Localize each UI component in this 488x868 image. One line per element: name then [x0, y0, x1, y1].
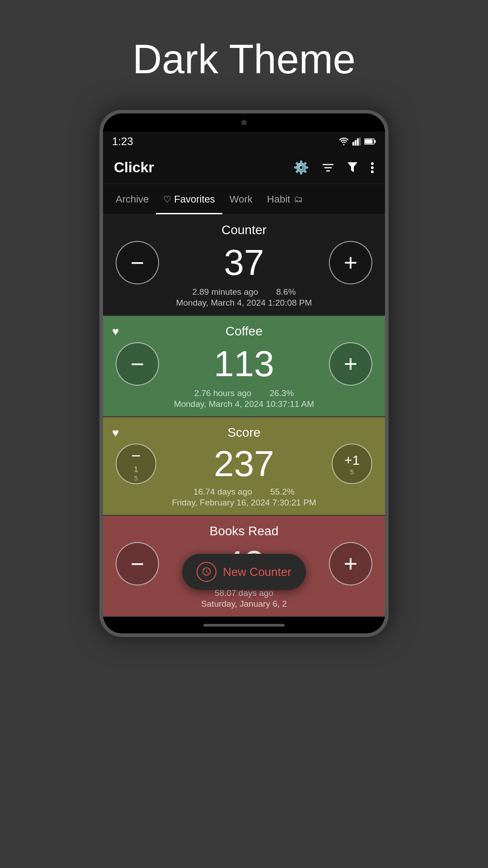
tab-archive[interactable]: Archive	[108, 184, 156, 214]
svg-point-11	[371, 166, 374, 169]
home-bar	[203, 624, 285, 627]
folder-icon: 🗂	[294, 194, 303, 204]
score-increment-main: +1	[344, 453, 360, 468]
counter-card-score: ♥ Score − 1 5 237 +1	[103, 417, 385, 516]
card-header-coffee: ♥ Coffee	[112, 324, 376, 339]
status-icons	[339, 137, 376, 146]
card-header-score: ♥ Score	[112, 425, 376, 440]
phone-frame: 1:23	[99, 110, 389, 637]
svg-point-12	[371, 170, 374, 173]
counter-card-counter: Counter − 37 + 2.89 minutes ago 8.6%	[103, 215, 385, 316]
score-time-ago: 16.74 days ago	[193, 487, 252, 497]
wifi-icon	[339, 137, 349, 146]
coffee-decrement-label: −	[131, 352, 144, 376]
home-indicator	[103, 617, 385, 633]
score-value: 237	[156, 446, 332, 482]
score-decrement-main: −	[131, 446, 141, 465]
books-title: Books Read	[210, 524, 279, 538]
books-increment-btn[interactable]: +	[329, 542, 372, 585]
card-header-books: Books Read	[112, 524, 376, 538]
coffee-favorite-icon: ♥	[112, 325, 119, 339]
counter-card-coffee: ♥ Coffee − 113 + 2.76 hours ago 26.3%	[103, 316, 385, 417]
filter-icon[interactable]	[347, 162, 358, 174]
coffee-increment-label: +	[344, 352, 357, 376]
app-header-title: Clickr	[114, 159, 154, 176]
status-time: 1:23	[112, 135, 133, 148]
counter-percentage: 8.6%	[276, 287, 296, 297]
tabs-bar: Archive ♡ Favorites Work Habit 🗂	[103, 184, 385, 215]
settings-icon[interactable]: ⚙️	[293, 160, 309, 175]
decrement-label: −	[131, 251, 144, 274]
battery-icon	[364, 138, 376, 145]
header-icons: ⚙️	[293, 160, 374, 175]
svg-rect-5	[365, 140, 373, 144]
svg-point-10	[371, 162, 374, 165]
camera-dot	[241, 120, 247, 125]
card-meta-coffee: 2.76 hours ago 26.3% Monday, March 4, 20…	[112, 388, 376, 409]
app-header: Clickr ⚙️	[103, 151, 385, 184]
svg-rect-3	[359, 137, 361, 146]
books-decrement-btn[interactable]: −	[116, 542, 159, 585]
svg-rect-1	[355, 140, 357, 146]
more-icon[interactable]	[371, 162, 374, 174]
card-main-coffee: − 113 +	[112, 342, 376, 386]
card-main-counter: − 37 +	[112, 241, 376, 284]
score-decrement-step: 5	[134, 474, 138, 482]
fab-label: New Counter	[223, 565, 291, 579]
new-counter-fab[interactable]: New Counter	[182, 554, 306, 590]
books-increment-label: +	[344, 552, 357, 576]
card-header-counter: Counter	[112, 223, 376, 237]
tab-habit[interactable]: Habit 🗂	[260, 184, 310, 214]
card-meta-books: 58.07 days ago Saturday, January 6, 2	[112, 588, 376, 609]
card-main-score: − 1 5 237 +1 5	[112, 443, 376, 484]
coffee-last-date: Monday, March 4, 2024 10:37:11 AM	[112, 399, 376, 409]
fab-alarm-icon	[197, 562, 216, 582]
coffee-decrement-btn[interactable]: −	[116, 342, 159, 386]
tab-work[interactable]: Work	[222, 184, 260, 214]
coffee-value: 113	[159, 346, 329, 382]
phone-top-bar	[103, 113, 385, 132]
page-wrapper: Dark Theme 1:23	[0, 0, 488, 868]
card-meta-counter: 2.89 minutes ago 8.6% Monday, March 4, 2…	[112, 287, 376, 308]
coffee-title: Coffee	[225, 324, 263, 339]
counter-value: 37	[159, 245, 329, 281]
favorites-heart-icon: ♡	[163, 194, 171, 205]
score-title: Score	[227, 425, 260, 440]
books-decrement-label: −	[131, 552, 144, 576]
phone-content: Counter − 37 + 2.89 minutes ago 8.6%	[103, 215, 385, 617]
coffee-percentage: 26.3%	[269, 388, 294, 398]
fab-container: New Counter	[182, 554, 306, 590]
score-favorite-icon: ♥	[112, 426, 119, 440]
counter-last-date: Monday, March 4, 2024 1:20:08 PM	[112, 298, 376, 308]
sort-icon[interactable]	[322, 163, 334, 173]
books-last-date: Saturday, January 6, 2	[112, 599, 376, 609]
svg-rect-6	[375, 140, 376, 143]
counter-increment-btn[interactable]: +	[329, 241, 372, 284]
score-increment-btn[interactable]: +1 5	[332, 443, 372, 484]
score-percentage: 55.2%	[270, 487, 295, 497]
signal-icon	[352, 137, 361, 146]
tab-favorites[interactable]: ♡ Favorites	[156, 184, 222, 214]
card-meta-score: 16.74 days ago 55.2% Friday, February 16…	[112, 487, 376, 508]
score-increment-step: 5	[350, 468, 354, 476]
coffee-time-ago: 2.76 hours ago	[194, 388, 252, 398]
svg-rect-0	[352, 142, 354, 146]
status-bar: 1:23	[103, 132, 385, 151]
score-decrement-sub: 1	[134, 465, 138, 474]
page-title: Dark Theme	[132, 36, 356, 83]
score-decrement-btn[interactable]: − 1 5	[116, 443, 156, 484]
coffee-increment-btn[interactable]: +	[329, 342, 372, 386]
score-last-date: Friday, February 16, 2024 7:30:21 PM	[112, 498, 376, 508]
counter-decrement-btn[interactable]: −	[116, 241, 159, 284]
counter-title: Counter	[221, 223, 267, 237]
svg-rect-2	[357, 138, 359, 146]
counter-time-ago: 2.89 minutes ago	[192, 287, 258, 297]
increment-label: +	[344, 251, 357, 274]
